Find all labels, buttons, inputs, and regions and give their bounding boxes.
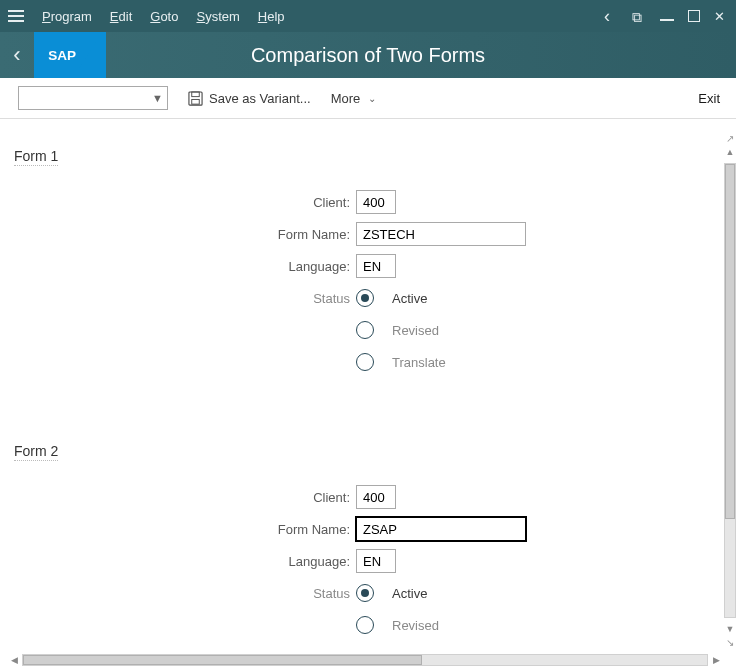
radio-option[interactable]: Revised: [356, 321, 439, 339]
client-field-wrapper: [356, 190, 396, 214]
sap-logo: SAP: [34, 32, 106, 78]
language-field[interactable]: [356, 549, 396, 573]
menubar-left: Program Edit Goto System Help: [8, 9, 285, 24]
menubar-right: [604, 9, 728, 23]
status-radio-row: Translate: [10, 346, 726, 378]
scroll-right-icon[interactable]: ▶: [710, 654, 722, 666]
form-group-2: Form 2Client:Form Name:Language:StatusAc…: [10, 442, 726, 641]
menu-goto[interactable]: Goto: [150, 9, 178, 24]
toolbar-left: ▼ Save as Variant... More ⌄: [18, 86, 376, 110]
menu-icon[interactable]: [8, 10, 24, 22]
more-label: More: [331, 91, 361, 106]
main-area: Form 1Client:Form Name:Language:StatusAc…: [0, 119, 736, 667]
client-field-row: Client:: [10, 481, 726, 513]
spacer: [10, 618, 356, 633]
radio-option[interactable]: Translate: [356, 353, 446, 371]
window-minimize-icon[interactable]: [660, 19, 674, 21]
radio-icon[interactable]: [356, 584, 374, 602]
radio-icon[interactable]: [356, 353, 374, 371]
save-as-variant-label: Save as Variant...: [209, 91, 311, 106]
chevron-down-icon: ⌄: [368, 93, 376, 104]
status-label: Status: [10, 291, 356, 306]
radio-label: Revised: [392, 618, 439, 633]
form-group-1: Form 1Client:Form Name:Language:StatusAc…: [10, 147, 726, 378]
form-name-field-wrapper: [356, 517, 526, 541]
more-menu[interactable]: More ⌄: [331, 91, 377, 106]
spacer: [10, 323, 356, 338]
radio-label: Active: [392, 586, 427, 601]
radio-icon[interactable]: [356, 289, 374, 307]
variant-select[interactable]: ▼: [18, 86, 168, 110]
form-name-field-wrapper: [356, 222, 526, 246]
scroll-track[interactable]: [22, 654, 708, 666]
status-radio-row: StatusActive: [10, 282, 726, 314]
form-group-title: Form 1: [14, 148, 58, 166]
status-radio-row: StatusActive: [10, 577, 726, 609]
client-field[interactable]: [356, 485, 396, 509]
menu-system[interactable]: System: [196, 9, 239, 24]
save-as-variant-button[interactable]: Save as Variant...: [188, 91, 311, 106]
scroll-thumb[interactable]: [23, 655, 422, 665]
form-name-field-label: Form Name:: [10, 522, 356, 537]
vertical-scrollbar[interactable]: ↗ ▲ ▼ ↘: [724, 133, 736, 648]
form-name-field-row: Form Name:: [10, 218, 726, 250]
nav-back-icon[interactable]: [604, 9, 618, 23]
radio-option[interactable]: Active: [356, 584, 427, 602]
chevron-down-icon: ▼: [152, 92, 163, 104]
scroll-thumb[interactable]: [725, 164, 735, 519]
status-label: Status: [10, 586, 356, 601]
client-field-wrapper: [356, 485, 396, 509]
language-field-wrapper: [356, 254, 396, 278]
svg-rect-2: [189, 91, 202, 104]
language-field-label: Language:: [10, 554, 356, 569]
exit-button[interactable]: Exit: [698, 91, 720, 106]
status-radio-row: Revised: [10, 314, 726, 346]
horizontal-scrollbar[interactable]: ◀ ▶: [8, 654, 722, 666]
client-field-row: Client:: [10, 186, 726, 218]
svg-rect-4: [192, 99, 200, 104]
toolbar: ▼ Save as Variant... More ⌄ Exit: [0, 78, 736, 119]
system-menubar: Program Edit Goto System Help: [0, 0, 736, 32]
client-field-label: Client:: [10, 195, 356, 210]
title-bar: ‹ SAP Comparison of Two Forms: [0, 32, 736, 78]
content: Form 1Client:Form Name:Language:StatusAc…: [0, 119, 736, 667]
window-close-icon[interactable]: [714, 9, 728, 23]
form-name-field-label: Form Name:: [10, 227, 356, 242]
menu-help[interactable]: Help: [258, 9, 285, 24]
form-name-field[interactable]: [356, 222, 526, 246]
language-field-wrapper: [356, 549, 396, 573]
scroll-down-icon[interactable]: ▼: [724, 622, 736, 636]
radio-label: Translate: [392, 355, 446, 370]
svg-rect-3: [192, 91, 200, 96]
radio-label: Revised: [392, 323, 439, 338]
page-title: Comparison of Two Forms: [251, 44, 485, 67]
scroll-corner-icon: ↘: [726, 637, 734, 648]
radio-icon[interactable]: [356, 321, 374, 339]
menu-edit[interactable]: Edit: [110, 9, 132, 24]
scroll-up-icon[interactable]: ▲: [724, 145, 736, 159]
scroll-corner-icon: ↗: [726, 133, 734, 144]
form-name-field-row: Form Name:: [10, 513, 726, 545]
window-maximize-icon[interactable]: [688, 10, 700, 22]
client-field[interactable]: [356, 190, 396, 214]
back-button[interactable]: ‹: [0, 32, 34, 78]
new-session-icon[interactable]: [632, 9, 646, 23]
radio-option[interactable]: Active: [356, 289, 427, 307]
language-field-label: Language:: [10, 259, 356, 274]
scroll-track[interactable]: [724, 163, 736, 618]
language-field-row: Language:: [10, 545, 726, 577]
status-radio-row: Revised: [10, 609, 726, 641]
menu-program[interactable]: Program: [42, 9, 92, 24]
language-field[interactable]: [356, 254, 396, 278]
client-field-label: Client:: [10, 490, 356, 505]
spacer: [10, 355, 356, 370]
save-icon: [188, 91, 203, 106]
language-field-row: Language:: [10, 250, 726, 282]
scroll-left-icon[interactable]: ◀: [8, 654, 20, 666]
form-name-field[interactable]: [356, 517, 526, 541]
form-group-title: Form 2: [14, 443, 58, 461]
svg-text:SAP: SAP: [48, 48, 76, 63]
radio-option[interactable]: Revised: [356, 616, 439, 634]
radio-icon[interactable]: [356, 616, 374, 634]
radio-label: Active: [392, 291, 427, 306]
